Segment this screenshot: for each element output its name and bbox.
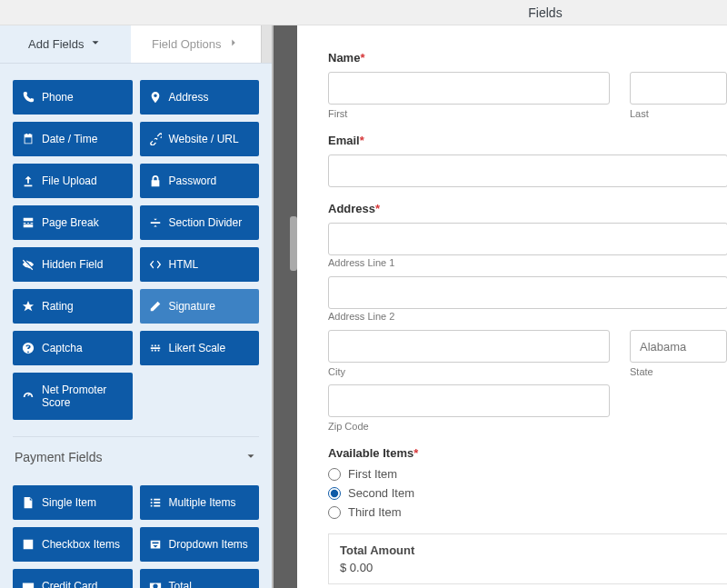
radio-item-2[interactable]: Third Item — [328, 505, 727, 519]
page-icon — [22, 496, 35, 509]
radio-input[interactable] — [328, 468, 341, 481]
state-sublabel: State — [630, 366, 727, 377]
total-amount-box: Total Amount $ 0.00 — [328, 533, 727, 584]
dropdown-icon — [149, 538, 162, 551]
likert-icon — [149, 342, 162, 354]
field-website-url[interactable]: Website / URL — [140, 122, 260, 156]
payment-fields-grid: Single ItemMultiple ItemsCheckbox ItemsD… — [13, 485, 259, 588]
sidebar-scroll-gutter — [261, 25, 272, 63]
link-icon — [149, 133, 162, 145]
header-title: Fields — [528, 5, 562, 20]
calendar-icon — [22, 133, 35, 145]
code-icon — [149, 258, 162, 271]
radio-input[interactable] — [328, 487, 341, 500]
zip-sublabel: Zip Code — [328, 421, 610, 432]
divider — [272, 25, 297, 588]
total-value: $ 0.00 — [340, 561, 716, 574]
chevron-right-icon — [227, 36, 240, 52]
eye-off-icon — [22, 258, 35, 271]
field-date-time[interactable]: Date / Time — [13, 122, 133, 156]
payment-section-header[interactable]: Payment Fields — [13, 436, 259, 476]
city-sublabel: City — [328, 366, 610, 377]
field-multiple-items[interactable]: Multiple Items — [140, 485, 260, 520]
help-icon — [22, 342, 35, 354]
field-likert-scale[interactable]: Likert Scale — [140, 331, 260, 365]
field-hidden-field[interactable]: Hidden Field — [13, 247, 133, 282]
fancy-fields-grid: PhoneAddressDate / TimeWebsite / URLFile… — [13, 80, 259, 365]
star-icon — [22, 300, 35, 313]
header-bar: Fields — [0, 0, 727, 25]
sidebar: Add Fields Field Options PhoneAddressDat… — [0, 25, 272, 588]
address-line1-input[interactable] — [328, 223, 727, 255]
sidebar-body: PhoneAddressDate / TimeWebsite / URLFile… — [0, 64, 272, 588]
state-input[interactable] — [630, 330, 727, 363]
upload-icon — [22, 174, 35, 187]
field-address[interactable]: Address — [140, 80, 260, 115]
field-password[interactable]: Password — [140, 164, 260, 198]
address-field: Address* Address Line 1 Address Line 2 C… — [328, 202, 727, 432]
first-name-input[interactable] — [328, 72, 610, 105]
city-input[interactable] — [328, 330, 610, 363]
pin-icon — [149, 91, 162, 104]
name-label: Name* — [328, 51, 727, 65]
field-section-divider[interactable]: Section Divider — [140, 205, 260, 240]
field-page-break[interactable]: Page Break — [13, 205, 133, 240]
field-file-upload[interactable]: File Upload — [13, 164, 133, 198]
field-phone[interactable]: Phone — [13, 80, 133, 115]
field-html[interactable]: HTML — [140, 247, 260, 282]
chevron-down-icon — [89, 36, 102, 52]
field-single-item[interactable]: Single Item — [13, 485, 133, 520]
items-label: Available Items* — [328, 446, 727, 460]
radio-item-1[interactable]: Second Item — [328, 486, 727, 500]
address-label: Address* — [328, 202, 727, 215]
name-field: Name* First Last — [328, 51, 727, 119]
email-input[interactable] — [328, 154, 727, 187]
field-dropdown-items[interactable]: Dropdown Items — [140, 527, 260, 562]
divider-icon — [149, 216, 162, 229]
field-credit-card[interactable]: Credit Card — [13, 569, 133, 588]
zip-input[interactable] — [328, 384, 610, 417]
last-sublabel: Last — [630, 108, 727, 119]
first-sublabel: First — [328, 108, 610, 119]
total-label: Total Amount — [340, 543, 716, 557]
email-field: Email* — [328, 134, 727, 187]
tab-field-options[interactable]: Field Options — [131, 25, 262, 63]
field-total[interactable]: Total — [140, 569, 260, 588]
card-icon — [22, 580, 35, 588]
radio-item-0[interactable]: First Item — [328, 467, 727, 481]
radio-input[interactable] — [328, 506, 341, 519]
addr1-sublabel: Address Line 1 — [328, 257, 394, 268]
sidebar-tabs: Add Fields Field Options — [0, 25, 272, 64]
pagebreak-icon — [22, 216, 35, 229]
last-name-input[interactable] — [630, 72, 727, 105]
list-icon — [149, 496, 162, 509]
field-captcha[interactable]: Captcha — [13, 331, 133, 365]
items-radiogroup: First ItemSecond ItemThird Item — [328, 467, 727, 519]
gauge-icon — [22, 390, 35, 403]
field-net-promoter-score[interactable]: Net Promoter Score — [13, 373, 133, 420]
tab-add-fields[interactable]: Add Fields — [0, 25, 131, 63]
form-preview: Name* First Last Email* Address* Address… — [297, 25, 727, 588]
pencil-icon — [149, 300, 162, 313]
check-icon — [22, 538, 35, 551]
address-line2-input[interactable] — [328, 276, 727, 309]
money-icon — [149, 580, 162, 588]
field-checkbox-items[interactable]: Checkbox Items — [13, 527, 133, 562]
field-rating[interactable]: Rating — [13, 289, 133, 324]
lock-icon — [149, 174, 162, 187]
phone-icon — [22, 91, 35, 104]
nps-row: Net Promoter Score — [13, 373, 259, 420]
addr2-sublabel: Address Line 2 — [328, 311, 394, 322]
field-signature[interactable]: Signature — [140, 289, 260, 324]
scrollbar-thumb[interactable] — [290, 216, 297, 271]
email-label: Email* — [328, 134, 727, 147]
chevron-down-icon — [244, 450, 257, 465]
available-items-field: Available Items* First ItemSecond ItemTh… — [328, 446, 727, 519]
